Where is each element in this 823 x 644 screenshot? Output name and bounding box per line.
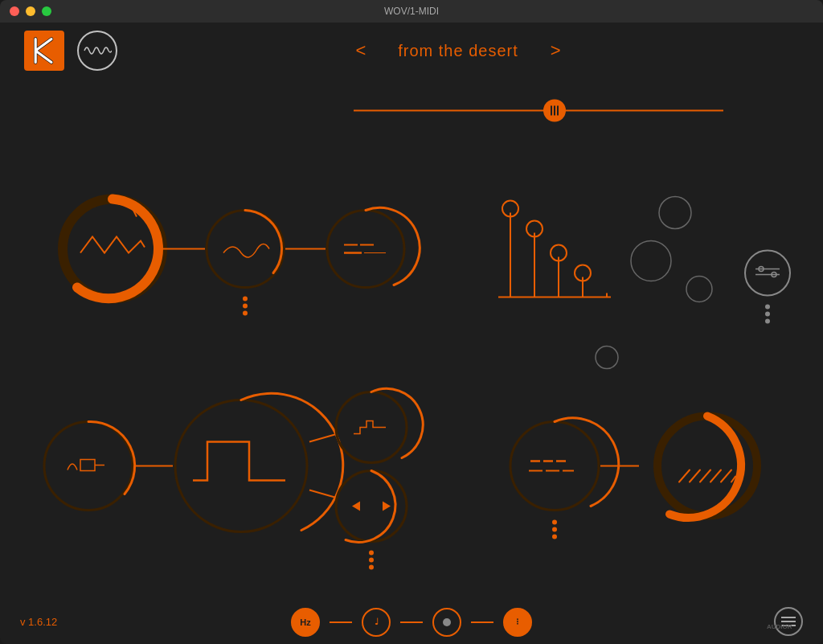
svg-line-45 [309, 434, 338, 442]
header: < from the desert > [0, 23, 823, 79]
connector-line-2 [400, 621, 423, 623]
prev-preset-button[interactable]: < [355, 40, 366, 61]
more-button[interactable]: ⁝ [503, 608, 532, 637]
svg-rect-41 [80, 460, 95, 471]
svg-line-6 [133, 209, 137, 217]
svg-point-11 [243, 311, 248, 316]
logo-k [24, 31, 64, 71]
svg-point-29 [659, 197, 691, 229]
record-button[interactable] [432, 608, 461, 637]
svg-point-32 [745, 251, 790, 296]
svg-point-35 [759, 267, 764, 272]
connector-line-1 [330, 621, 352, 623]
svg-point-1 [543, 100, 566, 122]
note-button[interactable]: ♩ [362, 608, 391, 637]
svg-point-8 [207, 211, 284, 288]
bottom-bar: v 1.6.12 Hz ♩ ⁝ [0, 600, 823, 644]
preset-nav: < from the desert > [117, 40, 799, 61]
svg-point-30 [631, 241, 671, 281]
maximize-button[interactable] [42, 6, 51, 16]
svg-point-52 [510, 422, 599, 511]
svg-point-31 [686, 277, 712, 302]
version-label: v 1.6.12 [20, 616, 57, 628]
window-title: WOV/1-MIDI [384, 6, 439, 17]
close-button[interactable] [10, 6, 19, 16]
bottom-controls: Hz ♩ ⁝ [291, 608, 532, 637]
svg-point-40 [44, 422, 133, 511]
svg-point-51 [369, 565, 374, 570]
svg-point-47 [336, 392, 407, 463]
minimize-button[interactable] [26, 6, 35, 16]
svg-point-5 [63, 199, 162, 299]
hz-button[interactable]: Hz [291, 608, 320, 637]
svg-point-39 [765, 319, 770, 324]
svg-point-62 [552, 527, 557, 532]
svg-point-36 [772, 273, 776, 277]
svg-point-61 [552, 520, 557, 525]
svg-point-50 [369, 558, 374, 563]
watermark: AUDIOR [767, 613, 807, 640]
svg-point-27 [575, 265, 591, 281]
svg-point-9 [243, 297, 248, 301]
titlebar: WOV/1-MIDI [0, 0, 823, 23]
svg-point-25 [526, 221, 543, 237]
next-preset-button[interactable]: > [551, 40, 561, 61]
more-label: ⁝ [516, 617, 519, 627]
svg-point-38 [765, 312, 770, 317]
svg-point-26 [551, 245, 567, 261]
record-dot [443, 618, 451, 626]
ui-overlay [0, 23, 823, 644]
svg-point-13 [327, 211, 404, 288]
svg-point-44 [175, 400, 307, 532]
svg-text:AUDIOR: AUDIOR [767, 623, 792, 630]
preset-name: from the desert [398, 42, 518, 60]
svg-point-63 [552, 535, 557, 539]
svg-point-49 [369, 551, 374, 556]
logo-wave [77, 31, 117, 71]
hz-label: Hz [300, 617, 310, 627]
main-content: < from the desert > [0, 23, 823, 644]
connector-line-3 [471, 621, 493, 623]
svg-point-48 [336, 471, 407, 542]
svg-point-28 [596, 347, 618, 369]
window-controls [10, 6, 51, 16]
svg-point-60 [657, 416, 757, 516]
svg-line-46 [309, 490, 338, 498]
svg-point-10 [243, 304, 248, 309]
note-label: ♩ [375, 617, 379, 627]
svg-point-37 [765, 305, 770, 310]
svg-point-24 [502, 201, 518, 217]
